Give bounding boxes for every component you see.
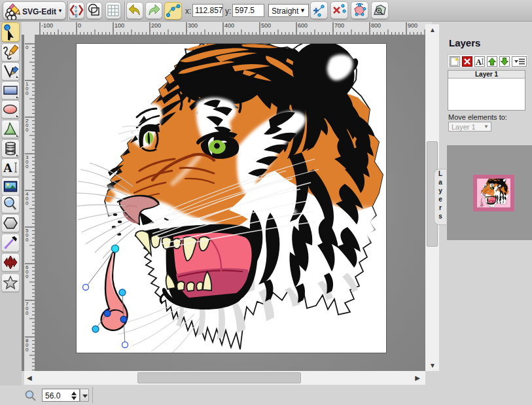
svg-text:0: 0 [26,200,29,206]
svg-text:0: 0 [26,273,29,279]
svg-text:400: 400 [224,22,234,29]
svg-text:0: 0 [26,237,29,243]
svg-text:700: 700 [334,22,344,29]
svg-text:200: 200 [151,22,161,29]
svg-text:0: 0 [26,310,29,316]
svg-text:100: 100 [115,22,124,29]
svg-text:900: 900 [408,22,417,29]
svg-text:0: 0 [26,90,29,96]
svg-text:0: 0 [26,347,29,353]
svg-text:g: g [75,12,77,18]
svg-text:0: 0 [26,127,29,133]
svg-text:0: 0 [78,22,81,29]
svg-text:-100: -100 [41,22,53,29]
svg-text:0: 0 [26,44,29,50]
svg-text:0: 0 [26,164,29,169]
svg-text:300: 300 [188,22,198,29]
svg-text:500: 500 [261,22,271,29]
svg-text:A: A [476,58,482,66]
svg-text:A: A [3,161,12,175]
svg-text:600: 600 [298,22,308,29]
svg-text:800: 800 [371,22,381,29]
